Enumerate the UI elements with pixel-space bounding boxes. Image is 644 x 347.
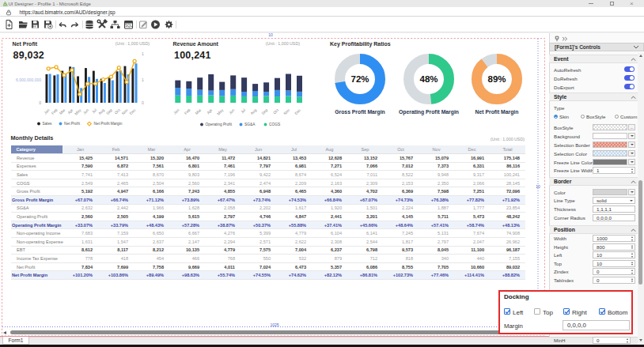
svg-text:Feb: Feb <box>184 107 191 115</box>
svg-text:1025: 1025 <box>270 322 278 327</box>
svg-text:48%: 48% <box>419 74 438 84</box>
svg-text:Sep: Sep <box>105 107 113 115</box>
svg-text:May: May <box>216 107 224 115</box>
svg-text:Jan: Jan <box>173 107 180 115</box>
svg-text:6,000,000,000: 6,000,000,000 <box>16 77 41 82</box>
svg-text:Sales: Sales <box>43 122 53 126</box>
svg-text:Oct: Oct <box>114 107 121 115</box>
svg-text:Dec: Dec <box>129 107 137 115</box>
svg-text:Dec: Dec <box>294 107 302 115</box>
svg-text:Jul: Jul <box>91 108 97 115</box>
svg-text:10: 10 <box>268 33 273 37</box>
svg-text:Apr: Apr <box>206 107 214 115</box>
svg-text:SQL: SQL <box>125 24 133 28</box>
svg-text:Jul: Jul <box>240 108 246 115</box>
svg-text:Mar: Mar <box>195 107 203 115</box>
svg-text:Mar: Mar <box>59 107 66 115</box>
svg-text:10: 10 <box>536 184 540 189</box>
svg-text:Nov: Nov <box>121 107 129 115</box>
svg-text:Aug: Aug <box>250 107 258 115</box>
svg-text:Gross Profit Margin: Gross Profit Margin <box>335 109 385 115</box>
svg-text:May: May <box>74 107 81 115</box>
svg-text:Net Profit Margin: Net Profit Margin <box>475 109 519 115</box>
svg-text:89%: 89% <box>487 74 506 84</box>
svg-text:1: 1 <box>142 77 144 82</box>
svg-text:Operating Profit: Operating Profit <box>206 123 233 126</box>
svg-text:Oct: Oct <box>272 107 279 115</box>
svg-text:Aug: Aug <box>97 107 105 115</box>
svg-text:Feb: Feb <box>51 107 59 115</box>
svg-text:Net Profit Margin: Net Profit Margin <box>94 122 123 126</box>
svg-text:Operating Profit Margin: Operating Profit Margin <box>399 109 459 115</box>
svg-text:0: 0 <box>39 100 41 105</box>
svg-text:SG&A: SG&A <box>244 123 256 126</box>
svg-text:Jun: Jun <box>82 107 89 115</box>
svg-text:72%: 72% <box>350 74 369 84</box>
svg-text:Jan: Jan <box>44 107 51 115</box>
svg-text:Jun: Jun <box>228 107 235 115</box>
svg-text:0: 0 <box>142 100 144 105</box>
svg-text:Sep: Sep <box>261 107 269 115</box>
svg-text:Nov: Nov <box>283 107 291 115</box>
svg-text:Net Profit: Net Profit <box>64 122 81 126</box>
svg-text:1: 1 <box>142 51 144 56</box>
svg-text:COGS: COGS <box>269 123 280 126</box>
svg-text:Apr: Apr <box>67 107 74 115</box>
